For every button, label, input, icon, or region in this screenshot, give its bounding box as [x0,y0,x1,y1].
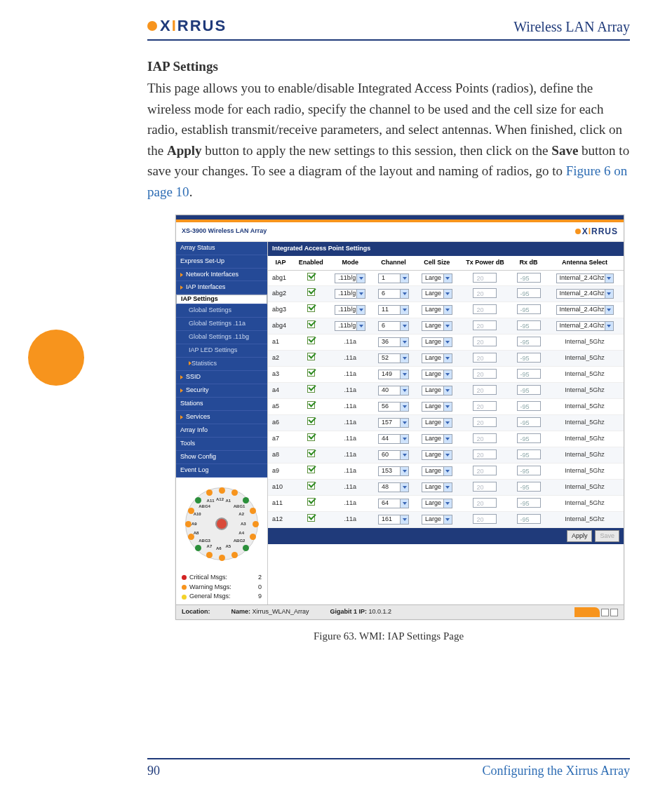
select[interactable]: Large [422,321,452,331]
text-input[interactable]: 20 [473,385,497,395]
nav-item[interactable]: IAP Interfaces [176,281,267,295]
select[interactable]: Large [422,418,452,428]
save-button[interactable]: Save [595,530,619,543]
text-input[interactable]: -95 [517,304,541,314]
select[interactable]: 1 [378,273,409,283]
select[interactable]: Large [422,273,452,283]
select[interactable]: 153 [378,466,409,476]
select[interactable]: 60 [378,450,409,460]
text-input[interactable]: -95 [517,288,541,298]
nav-item[interactable]: Network Interfaces [176,269,267,282]
select[interactable]: 6 [378,289,409,299]
nav-item[interactable]: Statistics [176,358,267,371]
nav-item[interactable]: Security [176,384,267,398]
select[interactable]: Large [422,386,452,395]
select[interactable]: 149 [378,370,409,379]
enabled-checkbox[interactable] [307,514,315,522]
text-input[interactable]: -95 [517,385,541,395]
select[interactable]: 40 [378,386,409,395]
text-input[interactable]: -95 [517,273,541,283]
nav-item[interactable]: Global Settings [176,304,267,318]
select[interactable]: .11b/g [335,289,365,299]
select[interactable]: 64 [378,499,409,508]
select[interactable]: Large [422,337,452,347]
text-input[interactable]: -95 [517,401,541,411]
status-icon-1[interactable] [601,609,609,616]
apply-button[interactable]: Apply [567,530,593,543]
enabled-checkbox[interactable] [307,369,315,377]
select[interactable]: 36 [378,337,409,347]
select[interactable]: .11b/g [335,321,365,331]
select[interactable]: Large [422,353,452,363]
text-input[interactable]: -95 [517,466,541,475]
enabled-checkbox[interactable] [307,401,315,409]
text-input[interactable]: 20 [473,304,497,314]
select[interactable]: .11b/g [335,273,365,283]
nav-item[interactable]: Express Set-Up [176,255,267,269]
select[interactable]: Large [422,370,452,379]
select[interactable]: 52 [378,353,409,363]
text-input[interactable]: -95 [517,320,541,330]
enabled-checkbox[interactable] [307,433,315,441]
select[interactable]: Large [422,434,452,444]
select[interactable]: 161 [378,515,409,525]
nav-item[interactable]: Stations [176,398,267,411]
text-input[interactable]: -95 [517,482,541,492]
enabled-checkbox[interactable] [307,304,315,312]
text-input[interactable]: 20 [473,466,497,475]
select[interactable]: 44 [378,434,409,444]
enabled-checkbox[interactable] [307,273,315,280]
enabled-checkbox[interactable] [307,353,315,360]
status-icon-2[interactable] [610,609,618,616]
text-input[interactable]: 20 [473,401,497,411]
nav-item[interactable]: Show Config [176,451,267,464]
text-input[interactable]: -95 [517,353,541,363]
select[interactable]: Large [422,402,452,412]
text-input[interactable]: -95 [517,337,541,346]
text-input[interactable]: -95 [517,514,541,524]
nav-item[interactable]: Global Settings .11bg [176,331,267,344]
nav-item[interactable]: SSID [176,371,267,384]
text-input[interactable]: -95 [517,417,541,427]
select[interactable]: Internal_2.4Ghz [556,321,614,331]
select[interactable]: Large [422,515,452,525]
text-input[interactable]: 20 [473,433,497,443]
select[interactable]: 11 [378,305,409,315]
text-input[interactable]: 20 [473,273,497,283]
nav-item[interactable]: Array Status [176,242,267,255]
select[interactable]: 6 [378,321,409,331]
text-input[interactable]: 20 [473,353,497,363]
select[interactable]: 48 [378,482,409,492]
select[interactable]: Internal_2.4Ghz [556,289,614,299]
enabled-checkbox[interactable] [307,288,315,296]
text-input[interactable]: -95 [517,449,541,459]
text-input[interactable]: -95 [517,369,541,379]
select[interactable]: 56 [378,402,409,412]
text-input[interactable]: 20 [473,320,497,330]
text-input[interactable]: 20 [473,449,497,459]
nav-item[interactable]: Tools [176,438,267,451]
text-input[interactable]: 20 [473,498,497,508]
enabled-checkbox[interactable] [307,449,315,457]
select[interactable]: Internal_2.4Ghz [556,305,614,315]
enabled-checkbox[interactable] [307,417,315,425]
text-input[interactable]: 20 [473,417,497,427]
nav-item[interactable]: IAP Settings [176,295,267,304]
enabled-checkbox[interactable] [307,498,315,506]
text-input[interactable]: -95 [517,433,541,443]
select[interactable]: Large [422,305,452,315]
nav-item[interactable]: Event Log [176,464,267,478]
text-input[interactable]: 20 [473,288,497,298]
enabled-checkbox[interactable] [307,337,315,344]
select[interactable]: Large [422,289,452,299]
text-input[interactable]: -95 [517,498,541,508]
text-input[interactable]: 20 [473,337,497,346]
nav-item[interactable]: Array Info [176,424,267,438]
text-input[interactable]: 20 [473,514,497,524]
enabled-checkbox[interactable] [307,320,315,328]
text-input[interactable]: 20 [473,482,497,492]
nav-item[interactable]: Global Settings .11a [176,318,267,331]
nav-item[interactable]: Services [176,411,267,424]
select[interactable]: Large [422,499,452,508]
select[interactable]: Large [422,466,452,476]
